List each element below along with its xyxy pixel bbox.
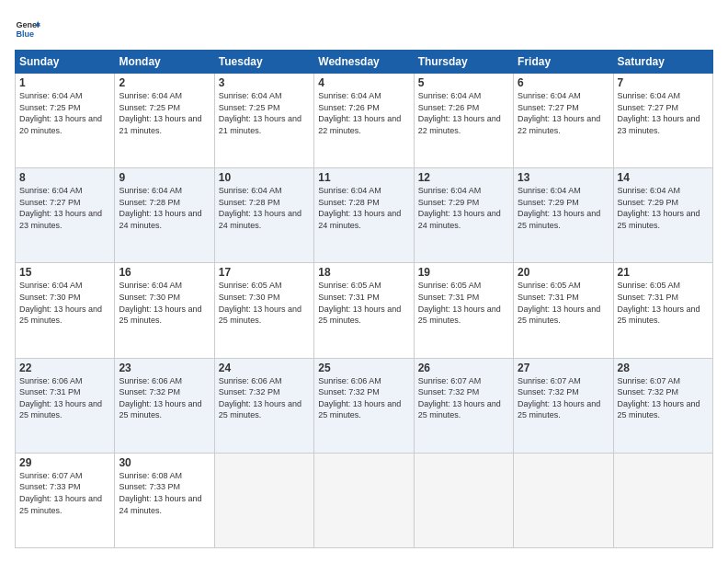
calendar-cell: 30 Sunrise: 6:08 AM Sunset: 7:33 PM Dayl…	[115, 453, 214, 547]
calendar-cell: 22 Sunrise: 6:06 AM Sunset: 7:31 PM Dayl…	[16, 358, 115, 453]
day-number: 30	[119, 456, 210, 469]
day-number: 11	[318, 171, 409, 184]
logo: General Blue	[15, 15, 40, 40]
day-number: 9	[119, 171, 210, 184]
calendar-week-2: 8 Sunrise: 6:04 AM Sunset: 7:27 PM Dayli…	[16, 168, 713, 263]
calendar-cell: 5 Sunrise: 6:04 AM Sunset: 7:26 PM Dayli…	[414, 74, 513, 168]
calendar-cell: 16 Sunrise: 6:04 AM Sunset: 7:30 PM Dayl…	[115, 263, 214, 358]
calendar-cell	[214, 453, 313, 547]
day-info: Sunrise: 6:04 AM Sunset: 7:30 PM Dayligh…	[119, 280, 210, 326]
day-info: Sunrise: 6:07 AM Sunset: 7:33 PM Dayligh…	[19, 470, 110, 516]
weekday-header-monday: Monday	[115, 51, 214, 74]
day-number: 28	[618, 362, 709, 374]
calendar-cell	[514, 453, 613, 547]
calendar-cell: 19 Sunrise: 6:05 AM Sunset: 7:31 PM Dayl…	[414, 263, 513, 358]
logo-icon: General Blue	[15, 15, 40, 40]
day-info: Sunrise: 6:05 AM Sunset: 7:31 PM Dayligh…	[418, 280, 509, 326]
calendar-cell	[613, 453, 712, 547]
day-number: 13	[518, 171, 609, 184]
day-info: Sunrise: 6:06 AM Sunset: 7:32 PM Dayligh…	[119, 375, 210, 421]
calendar-table: SundayMondayTuesdayWednesdayThursdayFrid…	[15, 50, 713, 548]
weekday-header-wednesday: Wednesday	[314, 51, 414, 74]
day-number: 22	[19, 362, 110, 374]
day-number: 5	[418, 76, 509, 89]
day-number: 10	[219, 171, 310, 184]
calendar-cell: 10 Sunrise: 6:04 AM Sunset: 7:28 PM Dayl…	[214, 168, 313, 263]
calendar-cell: 1 Sunrise: 6:04 AM Sunset: 7:25 PM Dayli…	[16, 74, 115, 168]
day-info: Sunrise: 6:04 AM Sunset: 7:28 PM Dayligh…	[318, 185, 409, 231]
day-info: Sunrise: 6:04 AM Sunset: 7:25 PM Dayligh…	[119, 90, 210, 136]
calendar-cell: 9 Sunrise: 6:04 AM Sunset: 7:28 PM Dayli…	[115, 168, 214, 263]
day-info: Sunrise: 6:07 AM Sunset: 7:32 PM Dayligh…	[418, 375, 509, 421]
day-number: 29	[19, 456, 110, 469]
day-number: 12	[418, 171, 509, 184]
day-number: 21	[618, 266, 709, 279]
calendar-week-3: 15 Sunrise: 6:04 AM Sunset: 7:30 PM Dayl…	[16, 263, 713, 358]
day-number: 19	[418, 266, 509, 279]
day-info: Sunrise: 6:04 AM Sunset: 7:26 PM Dayligh…	[418, 90, 509, 136]
calendar-cell: 28 Sunrise: 6:07 AM Sunset: 7:32 PM Dayl…	[613, 358, 712, 453]
day-info: Sunrise: 6:04 AM Sunset: 7:29 PM Dayligh…	[518, 185, 609, 231]
calendar-cell: 29 Sunrise: 6:07 AM Sunset: 7:33 PM Dayl…	[16, 453, 115, 547]
svg-text:Blue: Blue	[16, 29, 34, 39]
day-info: Sunrise: 6:04 AM Sunset: 7:27 PM Dayligh…	[518, 90, 609, 136]
day-number: 18	[318, 266, 409, 279]
day-info: Sunrise: 6:08 AM Sunset: 7:33 PM Dayligh…	[119, 470, 210, 516]
calendar-cell: 20 Sunrise: 6:05 AM Sunset: 7:31 PM Dayl…	[514, 263, 613, 358]
day-number: 17	[219, 266, 310, 279]
day-number: 23	[119, 362, 210, 374]
calendar-cell: 6 Sunrise: 6:04 AM Sunset: 7:27 PM Dayli…	[514, 74, 613, 168]
calendar-cell: 21 Sunrise: 6:05 AM Sunset: 7:31 PM Dayl…	[613, 263, 712, 358]
day-number: 3	[219, 76, 310, 89]
day-info: Sunrise: 6:05 AM Sunset: 7:31 PM Dayligh…	[518, 280, 609, 326]
calendar-cell: 4 Sunrise: 6:04 AM Sunset: 7:26 PM Dayli…	[314, 74, 414, 168]
calendar-cell: 15 Sunrise: 6:04 AM Sunset: 7:30 PM Dayl…	[16, 263, 115, 358]
day-number: 27	[518, 362, 609, 374]
day-info: Sunrise: 6:04 AM Sunset: 7:28 PM Dayligh…	[119, 185, 210, 231]
day-info: Sunrise: 6:04 AM Sunset: 7:28 PM Dayligh…	[219, 185, 310, 231]
calendar-cell	[314, 453, 414, 547]
calendar-cell: 13 Sunrise: 6:04 AM Sunset: 7:29 PM Dayl…	[514, 168, 613, 263]
day-info: Sunrise: 6:06 AM Sunset: 7:32 PM Dayligh…	[318, 375, 409, 421]
day-number: 6	[518, 76, 609, 89]
day-info: Sunrise: 6:04 AM Sunset: 7:27 PM Dayligh…	[19, 185, 110, 231]
calendar-cell: 11 Sunrise: 6:04 AM Sunset: 7:28 PM Dayl…	[314, 168, 414, 263]
calendar-cell: 8 Sunrise: 6:04 AM Sunset: 7:27 PM Dayli…	[16, 168, 115, 263]
day-number: 15	[19, 266, 110, 279]
weekday-header-thursday: Thursday	[414, 51, 513, 74]
calendar-cell: 7 Sunrise: 6:04 AM Sunset: 7:27 PM Dayli…	[613, 74, 712, 168]
calendar-week-4: 22 Sunrise: 6:06 AM Sunset: 7:31 PM Dayl…	[16, 358, 713, 453]
day-info: Sunrise: 6:04 AM Sunset: 7:26 PM Dayligh…	[318, 90, 409, 136]
day-info: Sunrise: 6:07 AM Sunset: 7:32 PM Dayligh…	[618, 375, 709, 421]
day-number: 16	[119, 266, 210, 279]
calendar-cell: 2 Sunrise: 6:04 AM Sunset: 7:25 PM Dayli…	[115, 74, 214, 168]
calendar-cell	[414, 453, 513, 547]
calendar-week-1: 1 Sunrise: 6:04 AM Sunset: 7:25 PM Dayli…	[16, 74, 713, 168]
calendar-cell: 27 Sunrise: 6:07 AM Sunset: 7:32 PM Dayl…	[514, 358, 613, 453]
page: General Blue SundayMondayTuesdayWednesda…	[0, 0, 728, 563]
day-info: Sunrise: 6:04 AM Sunset: 7:30 PM Dayligh…	[19, 280, 110, 326]
calendar-cell: 24 Sunrise: 6:06 AM Sunset: 7:32 PM Dayl…	[214, 358, 313, 453]
day-number: 4	[318, 76, 409, 89]
day-number: 24	[219, 362, 310, 374]
calendar-cell: 18 Sunrise: 6:05 AM Sunset: 7:31 PM Dayl…	[314, 263, 414, 358]
day-info: Sunrise: 6:07 AM Sunset: 7:32 PM Dayligh…	[518, 375, 609, 421]
day-number: 2	[119, 76, 210, 89]
day-number: 25	[318, 362, 409, 374]
header: General Blue	[15, 15, 713, 40]
calendar-cell: 12 Sunrise: 6:04 AM Sunset: 7:29 PM Dayl…	[414, 168, 513, 263]
day-info: Sunrise: 6:04 AM Sunset: 7:25 PM Dayligh…	[219, 90, 310, 136]
calendar-cell: 23 Sunrise: 6:06 AM Sunset: 7:32 PM Dayl…	[115, 358, 214, 453]
day-number: 1	[19, 76, 110, 89]
day-number: 20	[518, 266, 609, 279]
calendar-cell: 3 Sunrise: 6:04 AM Sunset: 7:25 PM Dayli…	[214, 74, 313, 168]
weekday-header-sunday: Sunday	[16, 51, 115, 74]
day-info: Sunrise: 6:04 AM Sunset: 7:25 PM Dayligh…	[19, 90, 110, 136]
calendar-cell: 17 Sunrise: 6:05 AM Sunset: 7:30 PM Dayl…	[214, 263, 313, 358]
calendar-cell: 26 Sunrise: 6:07 AM Sunset: 7:32 PM Dayl…	[414, 358, 513, 453]
day-info: Sunrise: 6:04 AM Sunset: 7:27 PM Dayligh…	[618, 90, 709, 136]
calendar-week-5: 29 Sunrise: 6:07 AM Sunset: 7:33 PM Dayl…	[16, 453, 713, 547]
day-info: Sunrise: 6:04 AM Sunset: 7:29 PM Dayligh…	[418, 185, 509, 231]
weekday-header-saturday: Saturday	[613, 51, 712, 74]
calendar-cell: 25 Sunrise: 6:06 AM Sunset: 7:32 PM Dayl…	[314, 358, 414, 453]
